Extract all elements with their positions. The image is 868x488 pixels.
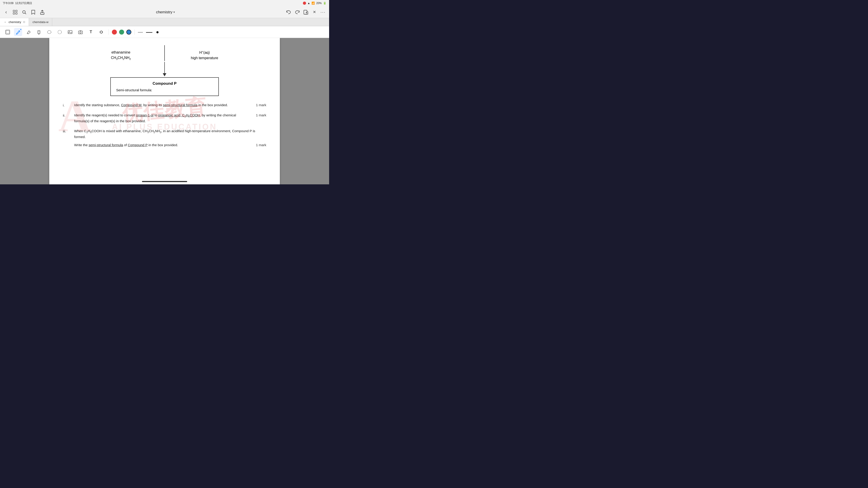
redo-button[interactable] [295, 10, 300, 15]
svg-line-5 [25, 13, 26, 14]
close-button[interactable]: ✕ [312, 10, 317, 15]
reagent-right: H+(aq) high temperature [191, 50, 218, 61]
camera-tool[interactable] [76, 28, 85, 36]
share-button[interactable] [40, 10, 45, 15]
nav-title[interactable]: chemistry ▾ [156, 10, 175, 14]
svg-point-26 [102, 33, 103, 33]
svg-point-14 [58, 30, 61, 34]
question-iii-subrow: Write the semi-structural formula of Com… [63, 142, 266, 148]
tab-chemistry[interactable]: × chemistry ⊡ [0, 18, 29, 26]
date: 12月27日周日 [15, 1, 32, 5]
text-tool[interactable]: T [87, 28, 95, 36]
eraser-tool[interactable] [24, 28, 33, 36]
selection-tool[interactable] [4, 28, 12, 36]
svg-rect-2 [13, 13, 15, 14]
image-tool[interactable] [66, 28, 74, 36]
svg-point-20 [101, 31, 102, 31]
line-thick[interactable]: ● [156, 29, 159, 35]
tab-close-chemistry[interactable]: × [4, 21, 7, 24]
reaction-diagram: ethanamine CH3CH2NH2 H+(aq) high tempera… [63, 45, 266, 101]
wifi-icon: ▲ [307, 2, 310, 5]
svg-rect-1 [16, 10, 17, 12]
toolbar-separator-1 [108, 29, 109, 35]
bookmark-button[interactable] [31, 10, 36, 15]
reaction-arrow [163, 62, 166, 76]
nav-bar: ‹ chem [0, 6, 329, 18]
pen-tool[interactable]: ✦ [14, 28, 22, 36]
toolbar-separator-2 [134, 29, 135, 35]
tab-label-chemistry: chemistry [8, 20, 21, 24]
line-thin[interactable]: — [138, 29, 143, 35]
svg-point-23 [100, 31, 101, 32]
battery-text: 20% [316, 2, 322, 5]
add-page-button[interactable] [303, 10, 308, 15]
lasso-tool[interactable] [45, 28, 53, 36]
question-iii-mark: 1 mark [250, 142, 266, 148]
question-i-text: Identify the starting substance, Compoun… [74, 102, 250, 108]
toolbar: ✦ [0, 26, 329, 38]
svg-rect-0 [13, 10, 15, 12]
battery-icon: 🔋 [323, 2, 327, 5]
question-iii-text: When C2H5COOH is mixed with ethanamine, … [74, 128, 266, 140]
shapes-tool[interactable] [56, 28, 64, 36]
status-bar: 下午3:09 12月27日周日 ▲ 📶 20% 🔋 [0, 0, 329, 6]
svg-point-24 [102, 31, 103, 32]
line-medium[interactable]: — [146, 29, 152, 36]
color-red[interactable] [112, 30, 117, 35]
question-i-num: i. [63, 102, 74, 108]
arrow-shaft [164, 62, 165, 73]
time: 下午3:09 [3, 1, 13, 5]
question-ii-mark: 1 mark [250, 112, 266, 118]
page: A ethanamine CH3CH2NH2 H+(aq) high [49, 38, 280, 184]
reagents-row: ethanamine CH3CH2NH2 H+(aq) high tempera… [63, 50, 266, 61]
signal-icon: 📶 [311, 2, 315, 5]
arrow-head [163, 73, 166, 76]
search-button[interactable] [22, 10, 27, 15]
propan-1-ol-ref: propan-1-ol [136, 113, 153, 117]
status-right: ▲ 📶 20% 🔋 [303, 2, 327, 5]
svg-point-13 [48, 31, 51, 34]
more-tools-button[interactable] [97, 28, 105, 36]
more-button[interactable]: ··· [320, 10, 326, 15]
question-ii-num: ii. [63, 112, 74, 118]
svg-point-21 [102, 32, 103, 33]
vertical-divider [164, 50, 165, 61]
svg-rect-3 [16, 13, 17, 14]
svg-point-25 [100, 33, 101, 33]
svg-point-18 [80, 32, 81, 33]
question-i-mark: 1 mark [250, 102, 266, 108]
record-icon [303, 2, 306, 5]
reagent-right-formula: H+(aq) [191, 50, 218, 55]
question-iii-row: iii. When C2H5COOH is mixed with ethanam… [63, 128, 266, 140]
grid-button[interactable] [13, 10, 18, 15]
highlighter-tool[interactable] [35, 28, 43, 36]
nav-center: chemistry ▾ [45, 10, 286, 14]
status-left: 下午3:09 12月27日周日 [3, 1, 32, 5]
svg-rect-15 [68, 31, 72, 34]
question-iii-num: iii. [63, 128, 74, 140]
tab-label-chemdata: chemdata-w [33, 20, 49, 24]
svg-rect-7 [304, 10, 307, 14]
main-area: A ethanamine CH3CH2NH2 H+(aq) high [0, 38, 329, 184]
questions-section: i. Identify the starting substance, Comp… [63, 102, 266, 148]
tab-split-icon: ⊡ [23, 21, 25, 24]
svg-rect-9 [6, 31, 9, 33]
top-line [164, 45, 165, 50]
color-blue[interactable] [126, 30, 131, 35]
question-iii-subtext: Write the semi-structural formula of Com… [74, 142, 250, 148]
page-container: A ethanamine CH3CH2NH2 H+(aq) high [0, 38, 329, 184]
tab-bar: × chemistry ⊡ chemdata-w [0, 18, 329, 26]
compound-box: Compound P Semi-structural formula: [110, 77, 219, 96]
tab-chemdata[interactable]: chemdata-w [29, 18, 53, 26]
propanoic-acid-ref: propanoic acid, C2H5COOH [158, 113, 200, 117]
compound-title: Compound P [116, 81, 213, 86]
question-ii: ii. Identify the reagent(s) needed to co… [63, 112, 266, 124]
question-ii-text: Identify the reagent(s) needed to conver… [74, 112, 250, 124]
back-button[interactable]: ‹ [4, 10, 8, 15]
nav-title-text: chemistry [156, 10, 173, 14]
reagent-right-condition: high temperature [191, 55, 218, 61]
undo-button[interactable] [286, 10, 291, 15]
color-green[interactable] [119, 30, 124, 35]
svg-point-16 [69, 31, 70, 32]
question-i: i. Identify the starting substance, Comp… [63, 102, 266, 108]
